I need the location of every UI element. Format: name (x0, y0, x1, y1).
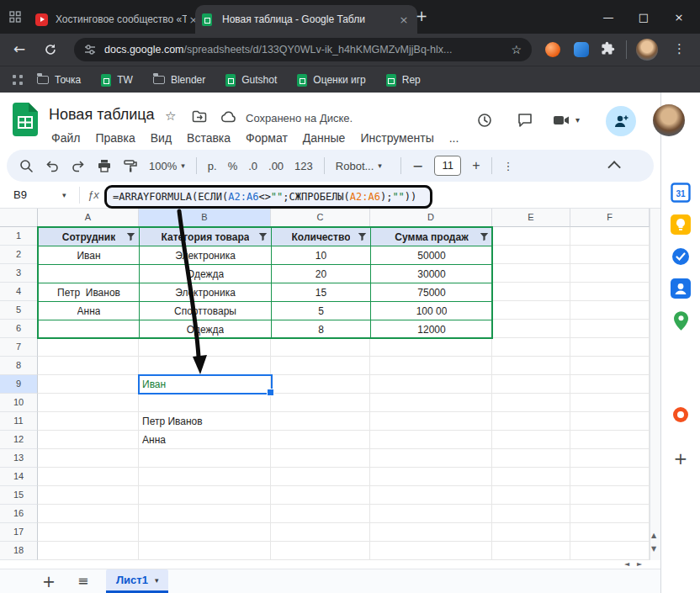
cell-D3[interactable]: 30000 (370, 264, 493, 283)
increase-decimal-button[interactable]: .00 (268, 160, 284, 172)
bookmark-item[interactable]: Gutshot (225, 74, 277, 87)
decrease-decimal-button[interactable]: .0 (248, 160, 257, 172)
calendar-icon[interactable]: 31 (670, 182, 692, 204)
paint-format-icon[interactable] (123, 158, 138, 173)
meet-camera-icon[interactable] (552, 113, 570, 131)
chrome-menu-icon[interactable]: ⋮ (673, 41, 686, 56)
increase-font-size-button[interactable]: + (472, 158, 480, 173)
scroll-left-icon[interactable]: ◄ (624, 560, 629, 568)
row-header-15[interactable]: 15 (0, 486, 38, 505)
column-header-E[interactable]: E (492, 209, 570, 227)
row-header-16[interactable]: 16 (0, 505, 38, 523)
maps-icon[interactable] (670, 310, 692, 331)
column-header-F[interactable]: F (570, 209, 650, 227)
font-size-input[interactable]: 11 (434, 156, 461, 176)
row-header-1[interactable]: 1 (0, 227, 38, 246)
sheets-logo[interactable] (13, 103, 38, 140)
cell-C4[interactable]: 15 (271, 283, 371, 302)
search-icon[interactable] (19, 158, 34, 173)
filter-icon[interactable] (480, 232, 489, 241)
menu-item-8[interactable]: ... (442, 131, 467, 145)
all-sheets-icon[interactable]: ≡ (77, 573, 88, 589)
filter-icon[interactable] (126, 232, 135, 241)
zoom-select[interactable]: 100%▾ (149, 160, 185, 172)
row-header-17[interactable]: 17 (0, 523, 38, 542)
bookmark-item[interactable]: TW (101, 74, 133, 87)
cell-C6[interactable]: 8 (271, 320, 371, 339)
collapse-toolbar-icon[interactable] (607, 161, 621, 174)
contacts-icon[interactable] (670, 278, 692, 299)
move-folder-icon[interactable] (192, 110, 207, 126)
history-icon[interactable] (476, 112, 493, 132)
row-header-4[interactable]: 4 (0, 283, 38, 301)
apps-grid-icon[interactable] (12, 74, 24, 89)
scroll-up-icon[interactable]: ▲ (651, 532, 656, 539)
menu-item-7[interactable]: Инструменты (353, 131, 441, 145)
spreadsheet-grid[interactable]: ABCDEF123456789101112131415161718Сотрудн… (0, 209, 650, 560)
cell-D6[interactable]: 12000 (370, 320, 493, 339)
cell-D1[interactable]: Сумма продаж (370, 227, 493, 246)
tab-search-icon[interactable] (9, 11, 21, 26)
close-button[interactable]: × (661, 11, 697, 24)
cell-C1[interactable]: Количество (271, 227, 371, 246)
row-header-18[interactable]: 18 (0, 542, 38, 560)
row-header-13[interactable]: 13 (0, 449, 38, 468)
menu-item-3[interactable]: Вид (143, 131, 179, 145)
column-header-D[interactable]: D (370, 209, 492, 227)
row-header-3[interactable]: 3 (0, 264, 38, 283)
cell-A5[interactable]: Анна (38, 301, 140, 320)
bookmark-item[interactable]: Blender (153, 74, 205, 86)
sheet-tab-active[interactable]: Лист1 ▾ (106, 569, 168, 593)
refresh-icon[interactable] (44, 43, 57, 60)
tasks-icon[interactable] (670, 246, 692, 267)
cell-A6[interactable] (38, 320, 140, 339)
browser-tab-active[interactable]: Новая таблица - Google Табли × (195, 5, 417, 34)
bookmark-item[interactable]: Точка (37, 74, 81, 86)
more-toolbar-icon[interactable]: ⋮ (503, 160, 514, 172)
addon-icon[interactable] (670, 404, 692, 426)
bookmark-item[interactable]: Оценки игр (297, 74, 365, 87)
filter-icon[interactable] (358, 232, 367, 241)
extension-icon-2[interactable] (574, 42, 589, 57)
cell-B3[interactable]: Одежда (139, 264, 272, 283)
back-icon[interactable]: ← (13, 40, 25, 57)
chevron-down-icon[interactable]: ▾ (575, 115, 580, 124)
star-icon[interactable]: ☆ (165, 109, 176, 124)
account-avatar[interactable] (653, 104, 685, 136)
close-tab-icon[interactable]: × (397, 13, 411, 26)
row-header-12[interactable]: 12 (0, 431, 38, 449)
decrease-font-size-button[interactable]: − (412, 158, 423, 174)
scroll-down-icon[interactable]: ▼ (651, 545, 656, 553)
more-formats-button[interactable]: 123 (294, 160, 313, 172)
redo-icon[interactable] (71, 158, 86, 173)
filter-icon[interactable] (258, 232, 268, 241)
share-button[interactable] (606, 106, 636, 136)
extensions-puzzle-icon[interactable] (601, 41, 615, 59)
cell-B1[interactable]: Категория товара (139, 227, 272, 246)
cell-A4[interactable]: Петр Иванов (38, 283, 140, 302)
menu-item-6[interactable]: Данные (295, 131, 353, 145)
cell-D2[interactable]: 50000 (370, 246, 493, 265)
cell-D4[interactable]: 75000 (370, 283, 493, 302)
print-icon[interactable] (97, 158, 112, 173)
formula-input[interactable]: =ARRAYFORMULA(ЕСЛИ(A2:A6<>"";СЖПРОБЕЛЫ(A… (113, 191, 416, 203)
fill-handle[interactable] (267, 389, 274, 396)
bookmark-star-icon[interactable]: ☆ (511, 43, 522, 56)
horizontal-scrollbar[interactable]: ◄ ► (0, 560, 650, 569)
minimize-button[interactable]: — (591, 11, 626, 24)
vertical-scrollbar[interactable]: ▲ ▼ (650, 209, 660, 560)
comment-icon[interactable] (517, 112, 533, 132)
row-header-5[interactable]: 5 (0, 301, 38, 320)
cell-B4[interactable]: Электроника (139, 283, 272, 302)
document-title[interactable]: Новая таблица (49, 106, 155, 124)
extension-icon-1[interactable] (545, 42, 560, 57)
column-header-A[interactable]: A (38, 209, 139, 227)
row-header-14[interactable]: 14 (0, 468, 38, 486)
chevron-down-icon[interactable]: ▾ (62, 191, 66, 199)
row-header-2[interactable]: 2 (0, 246, 38, 264)
cell-C2[interactable]: 10 (271, 246, 371, 265)
cell-B6[interactable]: Одежда (139, 320, 272, 339)
address-bar[interactable]: docs.google.com/spreadsheets/d/133QY0WLv… (74, 38, 532, 61)
cell-B9[interactable]: Иван (138, 374, 273, 394)
profile-avatar[interactable] (636, 39, 658, 61)
